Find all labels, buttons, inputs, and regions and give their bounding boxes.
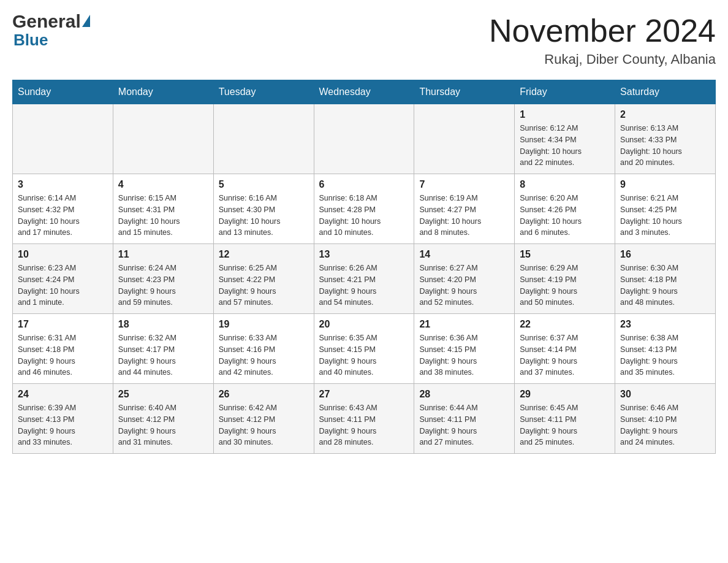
day-number: 11	[118, 249, 208, 260]
calendar-header-friday: Friday	[515, 80, 615, 104]
calendar-cell	[414, 104, 515, 174]
day-info: Sunrise: 6:12 AM Sunset: 4:34 PM Dayligh…	[520, 123, 610, 169]
day-number: 17	[18, 319, 108, 330]
calendar-cell: 5Sunrise: 6:16 AM Sunset: 4:30 PM Daylig…	[213, 174, 314, 244]
calendar-cell: 22Sunrise: 6:37 AM Sunset: 4:14 PM Dayli…	[515, 314, 615, 384]
day-info: Sunrise: 6:21 AM Sunset: 4:25 PM Dayligh…	[620, 193, 710, 239]
calendar-cell: 3Sunrise: 6:14 AM Sunset: 4:32 PM Daylig…	[13, 174, 113, 244]
calendar-cell: 7Sunrise: 6:19 AM Sunset: 4:27 PM Daylig…	[414, 174, 515, 244]
day-info: Sunrise: 6:27 AM Sunset: 4:20 PM Dayligh…	[419, 262, 509, 308]
page-header: General Blue November 2024 Rukaj, Diber …	[12, 12, 716, 67]
day-info: Sunrise: 6:18 AM Sunset: 4:28 PM Dayligh…	[319, 193, 409, 239]
calendar-cell: 27Sunrise: 6:43 AM Sunset: 4:11 PM Dayli…	[314, 384, 414, 454]
day-info: Sunrise: 6:16 AM Sunset: 4:30 PM Dayligh…	[219, 193, 309, 239]
calendar-cell: 28Sunrise: 6:44 AM Sunset: 4:11 PM Dayli…	[414, 384, 515, 454]
calendar-table: SundayMondayTuesdayWednesdayThursdayFrid…	[12, 80, 716, 454]
day-info: Sunrise: 6:33 AM Sunset: 4:16 PM Dayligh…	[219, 332, 309, 378]
calendar-cell: 14Sunrise: 6:27 AM Sunset: 4:20 PM Dayli…	[414, 244, 515, 314]
calendar-cell	[13, 104, 113, 174]
logo-general-text: General	[12, 12, 81, 31]
calendar-cell: 17Sunrise: 6:31 AM Sunset: 4:18 PM Dayli…	[13, 314, 113, 384]
day-number: 6	[319, 179, 409, 190]
calendar-cell: 16Sunrise: 6:30 AM Sunset: 4:18 PM Dayli…	[615, 244, 716, 314]
day-number: 7	[419, 179, 509, 190]
day-info: Sunrise: 6:40 AM Sunset: 4:12 PM Dayligh…	[118, 402, 208, 448]
calendar-cell: 30Sunrise: 6:46 AM Sunset: 4:10 PM Dayli…	[615, 384, 716, 454]
day-info: Sunrise: 6:13 AM Sunset: 4:33 PM Dayligh…	[620, 123, 710, 169]
day-info: Sunrise: 6:36 AM Sunset: 4:15 PM Dayligh…	[419, 332, 509, 378]
calendar-header-monday: Monday	[113, 80, 213, 104]
day-number: 3	[18, 179, 108, 190]
day-info: Sunrise: 6:30 AM Sunset: 4:18 PM Dayligh…	[620, 262, 710, 308]
calendar-cell: 21Sunrise: 6:36 AM Sunset: 4:15 PM Dayli…	[414, 314, 515, 384]
logo-blue-text: Blue	[13, 31, 90, 50]
calendar-header-wednesday: Wednesday	[314, 80, 414, 104]
day-info: Sunrise: 6:42 AM Sunset: 4:12 PM Dayligh…	[219, 402, 309, 448]
day-info: Sunrise: 6:38 AM Sunset: 4:13 PM Dayligh…	[620, 332, 710, 378]
calendar-cell: 13Sunrise: 6:26 AM Sunset: 4:21 PM Dayli…	[314, 244, 414, 314]
calendar-cell: 9Sunrise: 6:21 AM Sunset: 4:25 PM Daylig…	[615, 174, 716, 244]
day-info: Sunrise: 6:23 AM Sunset: 4:24 PM Dayligh…	[18, 262, 108, 308]
day-number: 8	[520, 179, 610, 190]
day-info: Sunrise: 6:20 AM Sunset: 4:26 PM Dayligh…	[520, 193, 610, 239]
calendar-cell: 11Sunrise: 6:24 AM Sunset: 4:23 PM Dayli…	[113, 244, 213, 314]
calendar-cell: 1Sunrise: 6:12 AM Sunset: 4:34 PM Daylig…	[515, 104, 615, 174]
day-info: Sunrise: 6:14 AM Sunset: 4:32 PM Dayligh…	[18, 193, 108, 239]
calendar-header-tuesday: Tuesday	[213, 80, 314, 104]
calendar-cell: 6Sunrise: 6:18 AM Sunset: 4:28 PM Daylig…	[314, 174, 414, 244]
logo: General Blue	[12, 12, 90, 50]
day-number: 14	[419, 249, 509, 260]
day-info: Sunrise: 6:37 AM Sunset: 4:14 PM Dayligh…	[520, 332, 610, 378]
day-info: Sunrise: 6:39 AM Sunset: 4:13 PM Dayligh…	[18, 402, 108, 448]
day-number: 2	[620, 109, 710, 120]
calendar-week-row: 1Sunrise: 6:12 AM Sunset: 4:34 PM Daylig…	[13, 104, 716, 174]
day-number: 24	[18, 389, 108, 400]
day-number: 29	[520, 389, 610, 400]
calendar-cell: 19Sunrise: 6:33 AM Sunset: 4:16 PM Dayli…	[213, 314, 314, 384]
calendar-cell: 25Sunrise: 6:40 AM Sunset: 4:12 PM Dayli…	[113, 384, 213, 454]
calendar-header-thursday: Thursday	[414, 80, 515, 104]
calendar-cell: 26Sunrise: 6:42 AM Sunset: 4:12 PM Dayli…	[213, 384, 314, 454]
month-title: November 2024	[489, 12, 716, 49]
calendar-cell: 15Sunrise: 6:29 AM Sunset: 4:19 PM Dayli…	[515, 244, 615, 314]
calendar-cell: 8Sunrise: 6:20 AM Sunset: 4:26 PM Daylig…	[515, 174, 615, 244]
day-info: Sunrise: 6:31 AM Sunset: 4:18 PM Dayligh…	[18, 332, 108, 378]
day-number: 20	[319, 319, 409, 330]
day-info: Sunrise: 6:45 AM Sunset: 4:11 PM Dayligh…	[520, 402, 610, 448]
day-number: 22	[520, 319, 610, 330]
title-block: November 2024 Rukaj, Diber County, Alban…	[489, 12, 716, 67]
calendar-cell: 4Sunrise: 6:15 AM Sunset: 4:31 PM Daylig…	[113, 174, 213, 244]
calendar-cell	[314, 104, 414, 174]
calendar-week-row: 17Sunrise: 6:31 AM Sunset: 4:18 PM Dayli…	[13, 314, 716, 384]
day-info: Sunrise: 6:44 AM Sunset: 4:11 PM Dayligh…	[419, 402, 509, 448]
day-number: 26	[219, 389, 309, 400]
calendar-cell: 23Sunrise: 6:38 AM Sunset: 4:13 PM Dayli…	[615, 314, 716, 384]
day-number: 9	[620, 179, 710, 190]
day-number: 1	[520, 109, 610, 120]
day-number: 21	[419, 319, 509, 330]
calendar-cell: 18Sunrise: 6:32 AM Sunset: 4:17 PM Dayli…	[113, 314, 213, 384]
calendar-header-row: SundayMondayTuesdayWednesdayThursdayFrid…	[13, 80, 716, 104]
day-number: 25	[118, 389, 208, 400]
calendar-cell: 24Sunrise: 6:39 AM Sunset: 4:13 PM Dayli…	[13, 384, 113, 454]
day-info: Sunrise: 6:19 AM Sunset: 4:27 PM Dayligh…	[419, 193, 509, 239]
day-number: 30	[620, 389, 710, 400]
calendar-cell: 20Sunrise: 6:35 AM Sunset: 4:15 PM Dayli…	[314, 314, 414, 384]
calendar-cell: 10Sunrise: 6:23 AM Sunset: 4:24 PM Dayli…	[13, 244, 113, 314]
calendar-cell: 29Sunrise: 6:45 AM Sunset: 4:11 PM Dayli…	[515, 384, 615, 454]
day-info: Sunrise: 6:26 AM Sunset: 4:21 PM Dayligh…	[319, 262, 409, 308]
calendar-week-row: 10Sunrise: 6:23 AM Sunset: 4:24 PM Dayli…	[13, 244, 716, 314]
day-number: 4	[118, 179, 208, 190]
day-info: Sunrise: 6:15 AM Sunset: 4:31 PM Dayligh…	[118, 193, 208, 239]
day-info: Sunrise: 6:46 AM Sunset: 4:10 PM Dayligh…	[620, 402, 710, 448]
day-number: 10	[18, 249, 108, 260]
day-info: Sunrise: 6:35 AM Sunset: 4:15 PM Dayligh…	[319, 332, 409, 378]
day-number: 19	[219, 319, 309, 330]
day-number: 13	[319, 249, 409, 260]
calendar-cell: 12Sunrise: 6:25 AM Sunset: 4:22 PM Dayli…	[213, 244, 314, 314]
day-info: Sunrise: 6:32 AM Sunset: 4:17 PM Dayligh…	[118, 332, 208, 378]
day-number: 23	[620, 319, 710, 330]
day-number: 15	[520, 249, 610, 260]
day-number: 5	[219, 179, 309, 190]
day-number: 28	[419, 389, 509, 400]
